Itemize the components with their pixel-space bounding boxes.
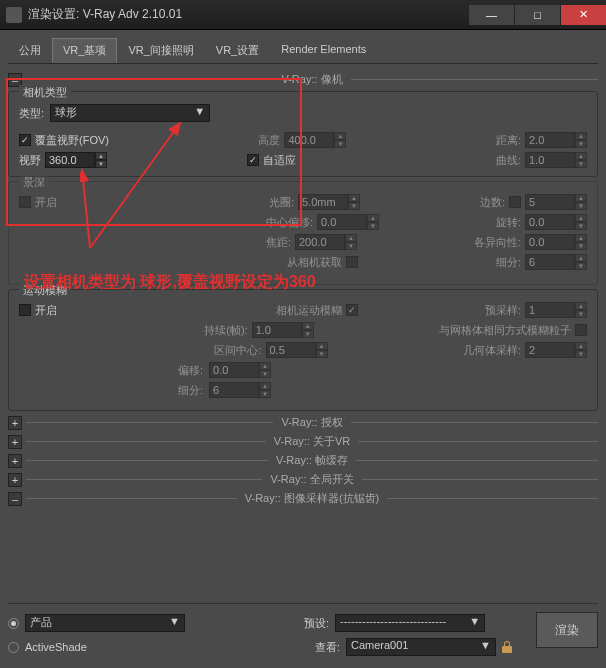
titlebar-text: 渲染设置: V-Ray Adv 2.10.01 bbox=[28, 6, 469, 23]
dof-enable-label: 开启 bbox=[35, 195, 57, 210]
geom-sample-spinner[interactable]: ▲▼ bbox=[525, 342, 587, 358]
mblur-enable-checkbox[interactable] bbox=[19, 304, 31, 316]
curve-spinner[interactable]: ▲▼ bbox=[525, 152, 587, 168]
tabs: 公用 VR_基项 VR_间接照明 VR_设置 Render Elements bbox=[8, 38, 598, 64]
fov-spinner[interactable]: ▲▼ bbox=[45, 152, 107, 168]
mesh-particle-checkbox[interactable] bbox=[575, 324, 587, 336]
expand-icon[interactable]: + bbox=[8, 435, 22, 449]
expand-icon[interactable]: + bbox=[8, 473, 22, 487]
type-label: 类型: bbox=[19, 106, 44, 121]
minimize-button[interactable]: — bbox=[469, 5, 514, 25]
group-dof-title: 景深 bbox=[19, 175, 49, 190]
view-label: 查看: bbox=[315, 640, 340, 655]
fov-cover-checkbox[interactable]: ✓ bbox=[19, 134, 31, 146]
sides-spinner[interactable]: ▲▼ bbox=[525, 194, 587, 210]
fov-label: 视野 bbox=[19, 153, 41, 168]
tab-common[interactable]: 公用 bbox=[8, 38, 52, 63]
auto-checkbox[interactable]: ✓ bbox=[247, 154, 259, 166]
presample-spinner[interactable]: ▲▼ bbox=[525, 302, 587, 318]
bias-label: 偏移: bbox=[178, 363, 203, 378]
distance-label: 距离: bbox=[496, 133, 521, 148]
fov-cover-label: 覆盖视野(FOV) bbox=[35, 133, 109, 148]
group-dof: 景深 开启 光圈: ▲▼ 边数: ▲▼ 中心偏移: ▲▼ 旋转: bbox=[8, 181, 598, 285]
height-label: 高度 bbox=[258, 133, 280, 148]
group-motion-blur: 运动模糊 开启 相机运动模糊 ✓ 预采样: ▲▼ 持续(帧): ▲▼ 与网格体相… bbox=[8, 289, 598, 411]
preset-select[interactable]: -----------------------------▼ bbox=[335, 614, 485, 632]
height-spinner[interactable]: ▲▼ bbox=[284, 132, 346, 148]
rollout-about[interactable]: +V-Ray:: 关于VR bbox=[8, 434, 598, 449]
cam-blur-label: 相机运动模糊 bbox=[276, 303, 342, 318]
window-buttons: — □ ✕ bbox=[469, 5, 606, 25]
section-camera-title: V-Ray:: 像机 bbox=[273, 72, 350, 87]
mblur-subdiv-spinner[interactable]: ▲▼ bbox=[209, 382, 271, 398]
dof-enable-checkbox[interactable] bbox=[19, 196, 31, 208]
activeshade-radio[interactable] bbox=[8, 642, 19, 653]
rollout-global[interactable]: +V-Ray:: 全局开关 bbox=[8, 472, 598, 487]
activeshade-label: ActiveShade bbox=[25, 641, 87, 653]
collapse-icon[interactable]: – bbox=[8, 492, 22, 506]
sides-label: 边数: bbox=[480, 195, 505, 210]
duration-label: 持续(帧): bbox=[204, 323, 247, 338]
rollout-license[interactable]: +V-Ray:: 授权 bbox=[8, 415, 598, 430]
group-camera-type-title: 相机类型 bbox=[19, 85, 71, 100]
expand-icon[interactable]: + bbox=[8, 454, 22, 468]
tab-vr-gi[interactable]: VR_间接照明 bbox=[117, 38, 204, 63]
expand-icon[interactable]: + bbox=[8, 416, 22, 430]
type-select[interactable]: 球形▼ bbox=[50, 104, 210, 122]
tab-vr-base[interactable]: VR_基项 bbox=[52, 38, 117, 63]
distance-spinner[interactable]: ▲▼ bbox=[525, 132, 587, 148]
view-select[interactable]: Camera001▼ bbox=[346, 638, 496, 656]
dof-subdiv-spinner[interactable]: ▲▼ bbox=[525, 254, 587, 270]
aniso-label: 各异向性: bbox=[474, 235, 521, 250]
geom-sample-label: 几何体采样: bbox=[463, 343, 521, 358]
dof-subdiv-label: 细分: bbox=[496, 255, 521, 270]
mblur-subdiv-label: 细分: bbox=[178, 383, 203, 398]
section-camera-header: – V-Ray:: 像机 bbox=[8, 72, 598, 87]
interval-label: 区间中心: bbox=[214, 343, 261, 358]
preset-label: 预设: bbox=[304, 616, 329, 631]
maximize-button[interactable]: □ bbox=[515, 5, 560, 25]
center-label: 中心偏移: bbox=[266, 215, 313, 230]
main-panel: 公用 VR_基项 VR_间接照明 VR_设置 Render Elements –… bbox=[0, 30, 606, 668]
rotation-label: 旋转: bbox=[496, 215, 521, 230]
curve-label: 曲线: bbox=[496, 153, 521, 168]
presample-label: 预采样: bbox=[485, 303, 521, 318]
lock-icon[interactable] bbox=[502, 641, 512, 653]
aniso-spinner[interactable]: ▲▼ bbox=[525, 234, 587, 250]
rollout-sampler[interactable]: –V-Ray:: 图像采样器(抗锯齿) bbox=[8, 491, 598, 506]
rollout-framebuffer[interactable]: +V-Ray:: 帧缓存 bbox=[8, 453, 598, 468]
close-button[interactable]: ✕ bbox=[561, 5, 606, 25]
mesh-particle-label: 与网格体相同方式模糊粒子 bbox=[439, 323, 571, 338]
sides-checkbox[interactable] bbox=[509, 196, 521, 208]
group-mblur-title: 运动模糊 bbox=[19, 283, 71, 298]
product-select[interactable]: 产品▼ bbox=[25, 614, 185, 632]
tab-vr-settings[interactable]: VR_设置 bbox=[205, 38, 270, 63]
from-camera-checkbox[interactable] bbox=[346, 256, 358, 268]
cam-blur-checkbox[interactable]: ✓ bbox=[346, 304, 358, 316]
auto-label: 自适应 bbox=[263, 153, 296, 168]
duration-spinner[interactable]: ▲▼ bbox=[252, 322, 314, 338]
mblur-enable-label: 开启 bbox=[35, 303, 57, 318]
titlebar: 渲染设置: V-Ray Adv 2.10.01 — □ ✕ bbox=[0, 0, 606, 30]
bias-spinner[interactable]: ▲▼ bbox=[209, 362, 271, 378]
app-icon bbox=[6, 7, 22, 23]
aperture-label: 光圈: bbox=[269, 195, 294, 210]
focal-label: 焦距: bbox=[266, 235, 291, 250]
aperture-spinner[interactable]: ▲▼ bbox=[298, 194, 360, 210]
focal-spinner[interactable]: ▲▼ bbox=[295, 234, 357, 250]
interval-spinner[interactable]: ▲▼ bbox=[266, 342, 328, 358]
product-radio[interactable] bbox=[8, 618, 19, 629]
render-button[interactable]: 渲染 bbox=[536, 612, 598, 648]
from-camera-label: 从相机获取 bbox=[287, 255, 342, 270]
center-spinner[interactable]: ▲▼ bbox=[317, 214, 379, 230]
group-camera-type: 相机类型 类型: 球形▼ ✓ 覆盖视野(FOV) 高度 ▲▼ 距离: ▲▼ 视野… bbox=[8, 91, 598, 177]
rotation-spinner[interactable]: ▲▼ bbox=[525, 214, 587, 230]
tab-render-elements[interactable]: Render Elements bbox=[270, 38, 377, 63]
